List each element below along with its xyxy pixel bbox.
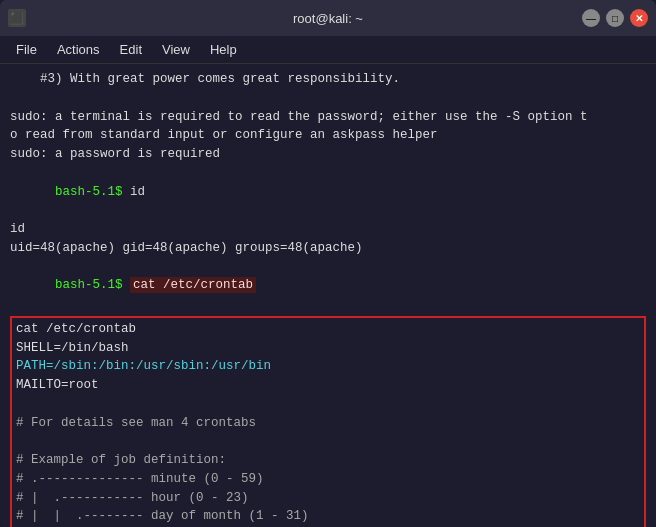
menu-view[interactable]: View xyxy=(154,40,198,59)
crontab-output-block: cat /etc/crontab SHELL=/bin/bash PATH=/s… xyxy=(10,316,646,527)
window-title: root@kali: ~ xyxy=(293,11,363,26)
cmd-cat-highlighted: cat /etc/crontab xyxy=(130,277,256,293)
crontab-line-hour: # | .----------- hour (0 - 23) xyxy=(16,489,640,508)
crontab-line-minute: # .-------------- minute (0 - 59) xyxy=(16,470,640,489)
line-id-output: id xyxy=(10,220,646,239)
maximize-button[interactable]: □ xyxy=(606,9,624,27)
line-prompt-id: bash-5.1$ id xyxy=(10,164,646,220)
line-blank1 xyxy=(10,89,646,108)
line-responsibility: #3) With great power comes great respons… xyxy=(10,70,646,89)
menu-file[interactable]: File xyxy=(8,40,45,59)
terminal-content[interactable]: #3) With great power comes great respons… xyxy=(0,64,656,527)
close-button[interactable]: ✕ xyxy=(630,9,648,27)
menu-bar: File Actions Edit View Help xyxy=(0,36,656,64)
crontab-line-mailto: MAILTO=root xyxy=(16,376,640,395)
line-sudo1: sudo: a terminal is required to read the… xyxy=(10,108,646,127)
prompt-cat: bash-5.1$ xyxy=(55,278,130,292)
title-bar: ⬛ root@kali: ~ — □ ✕ xyxy=(0,0,656,36)
terminal-icon: ⬛ xyxy=(8,9,26,27)
crontab-blank1 xyxy=(16,395,640,414)
terminal-window: ⬛ root@kali: ~ — □ ✕ File Actions Edit V… xyxy=(0,0,656,527)
terminal-icon-label: ⬛ xyxy=(10,12,24,25)
menu-actions[interactable]: Actions xyxy=(49,40,108,59)
title-bar-left: ⬛ xyxy=(8,9,26,27)
crontab-line-shell: SHELL=/bin/bash xyxy=(16,339,640,358)
crontab-line-example: # Example of job definition: xyxy=(16,451,640,470)
crontab-blank2 xyxy=(16,432,640,451)
line-prompt-cat: bash-5.1$ cat /etc/crontab xyxy=(10,258,646,314)
menu-edit[interactable]: Edit xyxy=(112,40,150,59)
cmd-id: id xyxy=(130,185,145,199)
line-uid: uid=48(apache) gid=48(apache) groups=48(… xyxy=(10,239,646,258)
crontab-line-dom: # | | .-------- day of month (1 - 31) xyxy=(16,507,640,526)
line-sudo3: sudo: a password is required xyxy=(10,145,646,164)
minimize-button[interactable]: — xyxy=(582,9,600,27)
line-sudo2: o read from standard input or configure … xyxy=(10,126,646,145)
menu-help[interactable]: Help xyxy=(202,40,245,59)
window-controls: — □ ✕ xyxy=(582,9,648,27)
crontab-line-path: PATH=/sbin:/bin:/usr/sbin:/usr/bin xyxy=(16,357,640,376)
prompt-id: bash-5.1$ xyxy=(55,185,130,199)
crontab-line-details: # For details see man 4 crontabs xyxy=(16,414,640,433)
crontab-line-cmd: cat /etc/crontab xyxy=(16,320,640,339)
